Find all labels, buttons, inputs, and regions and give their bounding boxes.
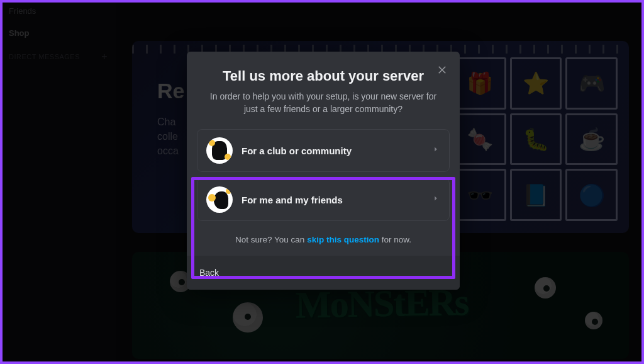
modal-header: Tell us more about your server In order … (187, 52, 460, 127)
community-icon (206, 137, 233, 164)
chevron-right-icon (431, 194, 440, 205)
modal-options: For a club or community For me and my fr… (187, 127, 460, 226)
friends-icon (206, 186, 233, 213)
modal-footer: Back (187, 256, 460, 290)
close-icon (436, 64, 448, 75)
option-label: For me and my friends (242, 195, 423, 205)
server-setup-modal: Tell us more about your server In order … (187, 52, 460, 290)
skip-link[interactable]: skip this question (307, 235, 379, 244)
modal-title: Tell us more about your server (204, 68, 442, 84)
modal-subtitle: In order to help you with your setup, is… (204, 91, 442, 115)
skip-text: Not sure? You can skip this question for… (187, 226, 460, 256)
back-button[interactable]: Back (199, 268, 219, 278)
option-friends[interactable]: For me and my friends (197, 178, 450, 221)
close-button[interactable] (433, 60, 451, 78)
option-club-community[interactable]: For a club or community (197, 129, 450, 172)
option-label: For a club or community (242, 145, 423, 156)
chevron-right-icon (431, 145, 440, 156)
